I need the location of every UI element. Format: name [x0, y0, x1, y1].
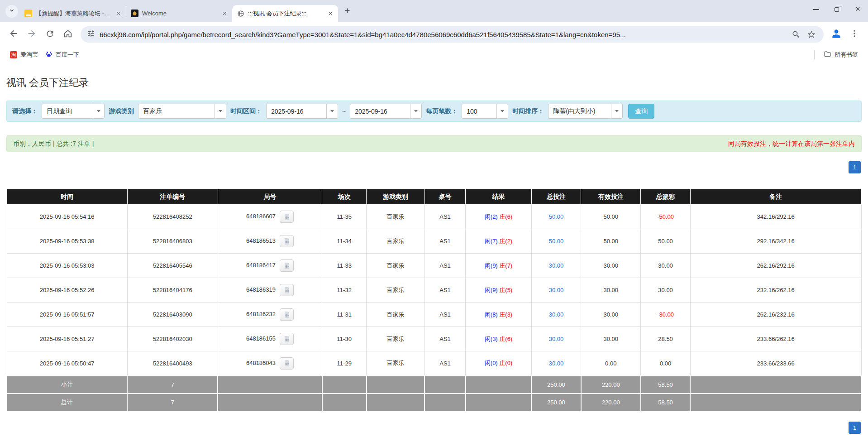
- video-replay-button[interactable]: [280, 357, 294, 370]
- total-bet-cell: 50.00: [531, 205, 581, 229]
- total-bet-link[interactable]: 30.00: [549, 287, 564, 293]
- round-cell: 648186513: [218, 229, 322, 254]
- query-type-select[interactable]: 日期查询: [42, 104, 105, 119]
- header-valid-bet: 有效投注: [581, 189, 641, 205]
- warning-text: 同局有效投注，统一计算在该局第一张注单内: [728, 140, 855, 148]
- tab-close-icon[interactable]: [114, 10, 122, 18]
- total-bet-link[interactable]: 30.00: [549, 360, 564, 367]
- back-button[interactable]: [5, 26, 22, 43]
- page-1-button[interactable]: 1: [849, 161, 861, 173]
- header-time: 时间: [7, 189, 127, 205]
- table-row: 2025-09-16 05:53:03522816405546648186417…: [7, 254, 861, 278]
- total-bet-link[interactable]: 30.00: [549, 336, 564, 342]
- payout-cell: -50.00: [641, 205, 691, 229]
- result-banker: 庄(6): [499, 213, 512, 220]
- tab-close-icon[interactable]: [220, 10, 229, 18]
- tab-close-icon[interactable]: [326, 10, 334, 18]
- total-bet-link[interactable]: 30.00: [549, 262, 564, 269]
- dropdown-arrow-icon[interactable]: [410, 104, 421, 118]
- home-button[interactable]: [60, 26, 76, 43]
- result-player: 闲(8): [485, 311, 498, 318]
- result-cell: 闲(9) 庄(7): [466, 254, 531, 278]
- payout-value: 50.00: [658, 238, 673, 245]
- date-range-label: 时间区间：: [230, 107, 262, 115]
- subtotal-row: 小计 7 250.00 220.00 58.50: [7, 376, 861, 394]
- session-cell: 11-32: [322, 278, 367, 303]
- payout-value: 30.00: [658, 287, 673, 293]
- header-remark: 备注: [690, 189, 861, 205]
- search-button[interactable]: 查询: [628, 104, 654, 119]
- site-settings-icon[interactable]: [87, 29, 95, 39]
- tab-bet-record-active[interactable]: :::视讯 会员下注纪录:::: [232, 5, 338, 22]
- header-payout: 总派彩: [641, 189, 691, 205]
- session-cell: 11-33: [322, 254, 367, 278]
- tab-search-button[interactable]: [5, 5, 18, 18]
- time-cell: 2025-09-16 05:52:26: [7, 278, 127, 303]
- remark-cell: 233.66/233.66: [690, 351, 861, 376]
- bookmark-taobao[interactable]: 淘 爱淘宝: [6, 49, 42, 61]
- header-result: 结果: [466, 189, 531, 205]
- new-tab-button[interactable]: [341, 5, 353, 18]
- bet-records-table: 时间 注单编号 局号 场次 游戏类别 桌号 结果 总投注 有效投注 总派彩 备注…: [6, 189, 862, 412]
- chevron-down-icon: [8, 7, 15, 16]
- page-1-button[interactable]: 1: [849, 422, 861, 434]
- forum-favicon-icon: [24, 10, 32, 17]
- payout-cell: 50.00: [641, 229, 691, 254]
- subtotal-total-bet: 250.00: [531, 376, 581, 394]
- browser-toolbar: 66cxkj98.com/ipl/portal.php/game/betreco…: [0, 22, 868, 47]
- table-row: 2025-09-16 05:50:47522816400493648186043…: [7, 351, 861, 376]
- round-cell: 648186155: [218, 327, 322, 351]
- game-type-cell: 百家乐: [367, 254, 424, 278]
- total-bet-cell: 30.00: [531, 303, 581, 327]
- table-no-cell: AS1: [424, 303, 466, 327]
- date-from-select[interactable]: 2025-09-16: [266, 104, 338, 119]
- page-size-select[interactable]: 100: [462, 104, 508, 119]
- remark-cell: 342.16/292.16: [690, 205, 861, 229]
- remark-cell: 232.16/262.16: [690, 278, 861, 303]
- total-bet-link[interactable]: 50.00: [549, 213, 564, 220]
- dropdown-arrow-icon[interactable]: [215, 104, 226, 118]
- date-to-select[interactable]: 2025-09-16: [350, 104, 422, 119]
- address-bar[interactable]: 66cxkj98.com/ipl/portal.php/game/betreco…: [81, 26, 824, 43]
- profile-button[interactable]: [828, 26, 844, 43]
- dropdown-arrow-icon[interactable]: [326, 104, 338, 118]
- table-row: 2025-09-16 05:53:38522816406803648186513…: [7, 229, 861, 254]
- film-icon: [283, 238, 291, 245]
- tab-welcome[interactable]: Welcome: [126, 5, 232, 22]
- dropdown-arrow-icon[interactable]: [611, 104, 622, 118]
- video-replay-button[interactable]: [280, 259, 294, 272]
- total-bet-link[interactable]: 50.00: [549, 238, 564, 245]
- forward-button[interactable]: [24, 26, 40, 43]
- sort-select[interactable]: 降冪(由大到小): [548, 104, 623, 119]
- video-replay-button[interactable]: [280, 333, 294, 345]
- close-window-button[interactable]: [847, 0, 868, 19]
- chrome-menu-button[interactable]: [846, 26, 863, 43]
- result-player: 闲(9): [485, 262, 498, 269]
- dropdown-arrow-icon[interactable]: [93, 104, 104, 118]
- video-replay-button[interactable]: [280, 235, 294, 247]
- game-type-select[interactable]: 百家乐: [138, 104, 226, 119]
- result-cell: 闲(2) 庄(6): [466, 205, 531, 229]
- remark-cell: 262.16/292.16: [690, 254, 861, 278]
- all-bookmarks-button[interactable]: 所有书签: [820, 48, 862, 61]
- game-type-cell: 百家乐: [367, 327, 424, 351]
- session-cell: 11-35: [322, 205, 367, 229]
- bookmark-star-icon[interactable]: [806, 29, 817, 40]
- total-bet-link[interactable]: 30.00: [549, 311, 564, 318]
- minimize-button[interactable]: [806, 0, 826, 19]
- reload-button[interactable]: [42, 26, 58, 43]
- restore-button[interactable]: [826, 0, 847, 19]
- video-replay-button[interactable]: [280, 308, 294, 321]
- video-replay-button[interactable]: [280, 211, 294, 223]
- total-count: 7: [127, 394, 218, 411]
- tab-forum[interactable]: 【新提醒】海燕策略论坛 - 综合: [20, 5, 126, 22]
- bet-id-cell: 522816403090: [127, 303, 218, 327]
- zoom-icon[interactable]: [790, 29, 802, 40]
- bookmark-baidu[interactable]: 百度一下: [42, 49, 83, 61]
- game-type-cell: 百家乐: [367, 351, 424, 376]
- dropdown-arrow-icon[interactable]: [496, 104, 508, 118]
- video-replay-button[interactable]: [280, 284, 294, 296]
- total-bet-cell: 30.00: [531, 351, 581, 376]
- payout-cell: 30.00: [641, 278, 691, 303]
- header-table-no: 桌号: [424, 189, 466, 205]
